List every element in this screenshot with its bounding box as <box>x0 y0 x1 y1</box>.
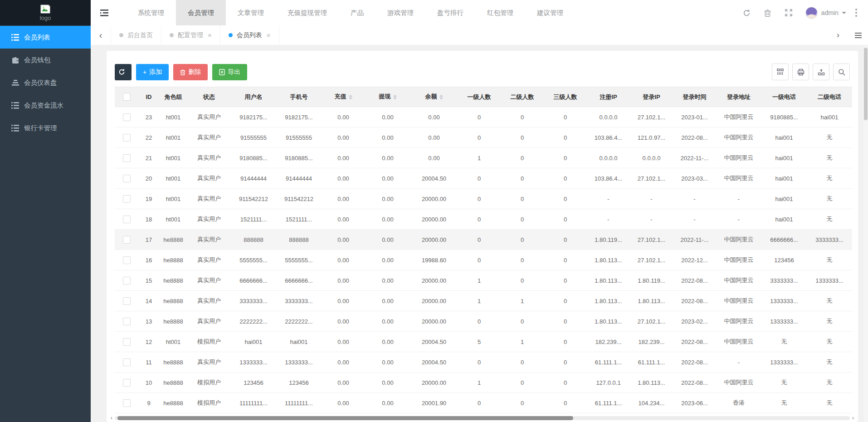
print-icon[interactable] <box>792 64 809 80</box>
table-row[interactable]: 10he8888模拟用户1234561234560.000.0020000.00… <box>115 373 852 393</box>
cell-用户名: 91444444 <box>231 168 276 189</box>
row-checkbox[interactable] <box>123 113 131 121</box>
table-row[interactable]: 15he8888真实用户6666666...6666666...0.000.00… <box>115 270 852 291</box>
nav-item[interactable]: 系统管理 <box>126 0 176 25</box>
tab-配置管理[interactable]: 配置管理× <box>161 25 220 45</box>
cell-登录地址: 中国阿里云 <box>716 107 761 128</box>
delete-button[interactable]: 删除 <box>173 64 208 80</box>
row-checkbox[interactable] <box>123 277 131 285</box>
row-checkbox[interactable] <box>123 399 131 407</box>
tab-会员列表[interactable]: 会员列表× <box>220 25 279 45</box>
row-checkbox[interactable] <box>123 256 131 264</box>
trash-icon[interactable] <box>757 0 778 25</box>
cell-登录时间: 2022-08... <box>673 332 716 352</box>
column-header-二级人数: 二级人数 <box>501 87 544 107</box>
row-checkbox[interactable] <box>123 379 131 387</box>
table-row[interactable]: 14he8888真实用户3333333...3333333...0.000.00… <box>115 291 852 311</box>
tabs-scroll-left-icon[interactable]: ‹ <box>91 25 111 45</box>
sidebar-collapse-icon[interactable] <box>91 0 118 25</box>
table-row[interactable]: 12ht001模拟用户hai001hai0010.000.0020004.505… <box>115 332 852 352</box>
row-checkbox[interactable] <box>123 236 131 244</box>
row-checkbox[interactable] <box>123 358 131 366</box>
cell-一级人数: 5 <box>458 332 501 352</box>
scroll-right-icon[interactable]: › <box>850 415 856 421</box>
table-row[interactable]: 16he8888真实用户5555555...5555555...0.000.00… <box>115 250 852 270</box>
nav-item[interactable]: 建议管理 <box>525 0 575 25</box>
tabbar-right: › <box>828 25 868 45</box>
h-scroll-track[interactable] <box>115 416 850 420</box>
table-row[interactable]: 17he8888真实用户8888888888880.000.0020000.00… <box>115 230 852 250</box>
table-row[interactable]: 19ht001真实用户9115422129115422120.000.00200… <box>115 189 852 209</box>
v-scroll-thumb[interactable] <box>864 48 868 120</box>
sort-icon[interactable] <box>349 93 352 101</box>
columns-toggle-icon[interactable] <box>772 64 789 80</box>
cell-余额: 0.00 <box>410 107 458 128</box>
row-checkbox[interactable] <box>123 297 131 305</box>
row-checkbox[interactable] <box>123 175 131 182</box>
export-file-icon[interactable] <box>813 64 829 80</box>
cell-注册IP: 61.111.1... <box>587 352 630 373</box>
table-row[interactable]: 21ht001真实用户9180885...9180885...0.000.000… <box>115 148 852 168</box>
column-header-余额[interactable]: 余额 <box>410 87 458 107</box>
table-row[interactable]: 20ht001真实用户91444444914444440.000.0020004… <box>115 168 852 189</box>
cell-登录时间: - <box>673 209 716 230</box>
nav-item[interactable]: 文章管理 <box>226 0 276 25</box>
refresh-button[interactable] <box>115 64 132 80</box>
row-checkbox[interactable] <box>123 338 131 346</box>
select-all-checkbox[interactable] <box>123 93 131 101</box>
row-checkbox[interactable] <box>123 154 131 162</box>
close-icon[interactable]: × <box>208 31 212 39</box>
sidebar-item[interactable]: 会员仪表盘 <box>0 71 91 94</box>
column-label: 二级电话 <box>818 93 841 100</box>
sort-icon[interactable] <box>393 93 397 101</box>
table-row[interactable]: 22ht001真实用户91555555915555550.000.000.000… <box>115 128 852 148</box>
nav-item[interactable]: 盈亏排行 <box>425 0 475 25</box>
add-button[interactable]: + 添加 <box>136 64 169 80</box>
sort-icon[interactable] <box>439 93 443 101</box>
column-header-充值[interactable]: 充值 <box>322 87 365 107</box>
nav-item[interactable]: 产品 <box>339 0 375 25</box>
table-row[interactable]: 11he8888真实用户1333333...1333333...0.000.00… <box>115 352 852 373</box>
table-row[interactable]: 9he8888模拟用户11111111...11111111...0.000.0… <box>115 393 852 413</box>
sidebar-item[interactable]: 银行卡管理 <box>0 117 91 139</box>
nav-item[interactable]: 红包管理 <box>475 0 525 25</box>
table-row[interactable]: 23ht001真实用户9182175...9182175...0.000.000… <box>115 107 852 128</box>
column-header-提现[interactable]: 提现 <box>365 87 410 107</box>
nav-item[interactable]: 游戏管理 <box>375 0 425 25</box>
tab-后台首页[interactable]: 后台首页 <box>111 25 161 45</box>
username-label[interactable]: admin <box>821 9 839 16</box>
scroll-left-icon[interactable]: ‹ <box>108 415 115 421</box>
avatar[interactable] <box>805 7 818 19</box>
sidebar-item[interactable]: 会员钱包 <box>0 49 91 71</box>
cell-一级人数: 0 <box>458 168 501 189</box>
export-button[interactable]: 导出 <box>212 64 247 80</box>
cell-二级人数: 0 <box>501 250 544 270</box>
chevron-down-icon[interactable] <box>842 12 846 16</box>
fullscreen-icon[interactable] <box>778 0 799 25</box>
more-menu-icon[interactable] <box>855 9 857 17</box>
vertical-scrollbar[interactable] <box>863 46 868 422</box>
row-checkbox[interactable] <box>123 216 131 223</box>
tab-bar: ‹ 后台首页配置管理×会员列表× › <box>91 25 868 45</box>
refresh-icon[interactable] <box>736 0 757 25</box>
tabs-menu-icon[interactable] <box>848 33 868 38</box>
top-nav: 系统管理会员管理文章管理充值提现管理产品游戏管理盈亏排行红包管理建议管理 <box>126 0 575 25</box>
search-icon[interactable] <box>833 64 850 80</box>
sidebar-item[interactable]: 会员资金流水 <box>0 94 91 117</box>
cell-三级人数: 0 <box>544 107 587 128</box>
nav-item[interactable]: 会员管理 <box>176 0 226 25</box>
cell-一级电话: 1333333... <box>761 291 807 311</box>
sidebar-item[interactable]: 会员列表 <box>0 26 91 49</box>
table-row[interactable]: 13he8888真实用户2222222...2222222...0.000.00… <box>115 311 852 332</box>
nav-item[interactable]: 充值提现管理 <box>276 0 339 25</box>
row-checkbox[interactable] <box>123 195 131 203</box>
row-checkbox[interactable] <box>123 134 131 142</box>
members-table: ID角色组状态用户名手机号充值提现余额一级人数二级人数三级人数注册IP登录IP登… <box>115 87 852 413</box>
h-scroll-thumb[interactable] <box>117 416 573 420</box>
cell-一级电话: hai001 <box>761 189 807 209</box>
tabs-scroll-right-icon[interactable]: › <box>828 30 848 40</box>
column-label: 三级人数 <box>554 93 577 100</box>
table-row[interactable]: 18ht001真实用户1521111...1521111...0.000.002… <box>115 209 852 230</box>
close-icon[interactable]: × <box>267 31 271 39</box>
row-checkbox[interactable] <box>123 318 131 325</box>
